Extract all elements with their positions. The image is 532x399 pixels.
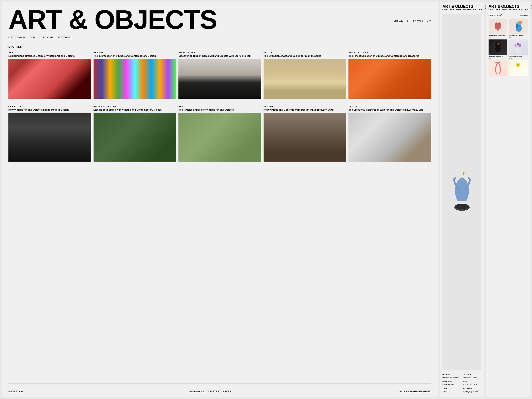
object-card-2[interactable]: "Enchanted Canvas" $375 — [509, 19, 528, 38]
object-thumb-3 — [488, 39, 507, 55]
svg-point-18 — [517, 43, 519, 45]
meta-colour-value: Amethyst Purple — [463, 377, 477, 379]
story-card-7[interactable]: INTERIOR DESIGN Elevate Your Space with … — [94, 105, 177, 161]
story-image-1 — [8, 59, 91, 99]
story-card-10[interactable]: DECOR The Emotional Connection with Art … — [348, 105, 431, 161]
object-card-3[interactable]: "Ethereal Serenade" $99 — [488, 39, 507, 59]
object-card-1[interactable]: "Whispered Whirlwind" $125 — [488, 19, 507, 38]
object-meta: OBJECT "Infinite Whispers" COLOUR Amethy… — [443, 372, 481, 395]
side-brand-2: ART & OBJECTS CATALOGUE INFO ARCHIVE EDI… — [488, 4, 530, 10]
side-location-2: MILAN,IT — [530, 4, 532, 7]
story-category-3: VINTAGE ART — [178, 51, 261, 54]
meta-year-value: 2020 — [443, 390, 447, 393]
story-card-4[interactable]: DECOR The Evolution of Art and Design th… — [264, 51, 347, 99]
side-nav-2: CATALOGUE INFO ARCHIVE EDITORIAL — [488, 8, 530, 10]
story-image-9 — [264, 113, 347, 162]
meta-designer-value: Lucas Martin — [443, 383, 454, 386]
side-nav-catalogue-1[interactable]: CATALOGUE — [443, 8, 454, 10]
meta-size-value: 2.8" x 3.6" x 4.3" — [463, 383, 477, 386]
footer-social: INSTAGRAM TWITTER SAVEE — [190, 390, 231, 393]
story-title-7: Elevate Your Space with Vintage and Cont… — [94, 108, 177, 111]
story-title-10: The Emotional Connection with Art and Ob… — [348, 108, 431, 111]
story-card-3[interactable]: VINTAGE ART Discovering Hidden Gems: Art… — [178, 51, 261, 99]
vase-sculpture-svg — [449, 172, 475, 212]
story-card-2[interactable]: DESIGN The Intersection of Vintage and C… — [94, 51, 177, 99]
meta-colour: COLOUR Amethyst Purple — [463, 374, 481, 379]
story-title-6: How Vintage Art and Objects Inspire Mode… — [8, 108, 91, 111]
story-category-7: INTERIOR DESIGN — [94, 105, 177, 108]
header-right: MILAN, IT 12:23:23 PM — [394, 6, 431, 23]
story-category-4: DECOR — [264, 51, 347, 54]
side-nav-info-1[interactable]: INFO — [456, 8, 461, 10]
story-card-5[interactable]: ARCHITECTURE The Finest Selection of Vin… — [348, 51, 431, 99]
story-category-9: DESIGN — [264, 105, 347, 108]
object-svg-6 — [512, 61, 524, 75]
story-title-3: Discovering Hidden Gems: Art and Objects… — [178, 54, 261, 57]
story-category-10: DECOR — [348, 105, 431, 108]
meta-object-name: OBJECT "Infinite Whispers" — [443, 374, 461, 379]
nav-catalogue[interactable]: CATALOGUE — [8, 36, 25, 39]
meta-designer-label: DESIGNER — [443, 381, 461, 382]
footer: MADE BY ena INSTAGRAM TWITTER SAVEE © 20… — [8, 383, 431, 393]
side-nav-editorial-2[interactable]: EDITORIAL — [519, 8, 530, 10]
side-nav-info-2[interactable]: INFO — [502, 8, 507, 10]
show-label[interactable]: SHOW 4 — [519, 14, 528, 16]
object-card-5[interactable] — [488, 60, 507, 76]
object-svg-4 — [512, 41, 524, 54]
object-price-4: $175 — [509, 57, 528, 59]
story-title-2: The Intersection of Vintage and Contempo… — [94, 54, 177, 57]
meta-designer: DESIGNER Lucas Martin — [443, 381, 461, 386]
story-image-placeholder-6 — [8, 113, 91, 162]
svg-point-9 — [497, 29, 499, 31]
objects-grid: "Whispered Whirlwind" $125 "Enchanted Ca… — [488, 19, 528, 77]
story-image-placeholder-1 — [8, 59, 91, 99]
story-category-1: ART — [8, 51, 91, 54]
object-svg-1 — [492, 20, 504, 33]
object-card-4[interactable]: "Harmonic Fusion" $175 — [509, 39, 528, 59]
side-nav-archive-1[interactable]: ARCHIVE — [463, 8, 471, 10]
side-header-2: ART & OBJECTS CATALOGUE INFO ARCHIVE EDI… — [488, 4, 528, 12]
header-left: ART & OBJECTS CATALOGUE INFO ARCHIVE EDI… — [8, 6, 217, 39]
side-nav-1: CATALOGUE INFO ARCHIVE EDITORIAL — [443, 8, 484, 10]
story-card-8[interactable]: ART The Timeless Appeal of Vintage Art a… — [178, 105, 261, 161]
footer-twitter[interactable]: TWITTER — [208, 390, 219, 393]
svg-point-19 — [514, 44, 516, 46]
site-title: ART & OBJECTS — [8, 6, 217, 33]
side-nav-catalogue-2[interactable]: CATALOGUE — [488, 8, 500, 10]
meta-size-label: SIZE — [463, 381, 481, 382]
story-card-1[interactable]: ART Exploring the Timeless Charm of Vint… — [8, 51, 91, 99]
story-title-9: How Vintage and Contemporary Design Infl… — [264, 108, 347, 111]
stories-label: STORIES — [8, 45, 431, 48]
meta-material: MATERIAL Mahogany Wood — [463, 388, 481, 393]
object-svg-3 — [492, 41, 504, 54]
side-nav-archive-2[interactable]: ARCHIVE — [509, 8, 518, 10]
svg-point-25 — [519, 63, 520, 65]
nav-archive[interactable]: ARCHIVE — [41, 36, 53, 39]
meta-material-value: Mahogany Wood — [463, 390, 478, 393]
svg-point-14 — [497, 43, 500, 45]
meta-size: SIZE 2.8" x 3.6" x 4.3" — [463, 381, 481, 386]
nav-info[interactable]: INFO — [30, 36, 36, 39]
story-title-4: The Evolution of Art and Design through … — [264, 54, 347, 57]
story-card-6[interactable]: CLASSICS How Vintage Art and Objects Ins… — [8, 105, 91, 161]
svg-point-23 — [517, 63, 519, 64]
nav-editorial[interactable]: EDITORIAL — [57, 36, 72, 39]
story-image-3 — [178, 59, 261, 99]
side-time-2: 5:19:52 PM — [530, 7, 532, 12]
meta-material-label: MATERIAL — [463, 388, 481, 389]
footer-savee[interactable]: SAVEE — [223, 390, 231, 393]
side-nav-editorial-1[interactable]: EDITORIAL — [473, 8, 484, 10]
story-image-8 — [178, 113, 261, 162]
side-panel-1: ART & OBJECTS CATALOGUE INFO ARCHIVE EDI… — [440, 2, 484, 397]
side-brand-text-1: ART & OBJECTS — [443, 4, 484, 8]
story-image-5 — [348, 59, 431, 99]
object-thumb-4 — [509, 39, 528, 55]
story-card-9[interactable]: DESIGN How Vintage and Contemporary Desi… — [264, 105, 347, 161]
object-card-6[interactable] — [509, 60, 528, 76]
footer-instagram[interactable]: INSTAGRAM — [190, 390, 205, 393]
story-category-2: DESIGN — [94, 51, 177, 54]
story-image-placeholder-5 — [348, 59, 431, 99]
story-image-placeholder-3 — [178, 59, 261, 99]
story-image-placeholder-10 — [348, 113, 431, 162]
main-panel: ART & OBJECTS CATALOGUE INFO ARCHIVE EDI… — [2, 2, 438, 397]
